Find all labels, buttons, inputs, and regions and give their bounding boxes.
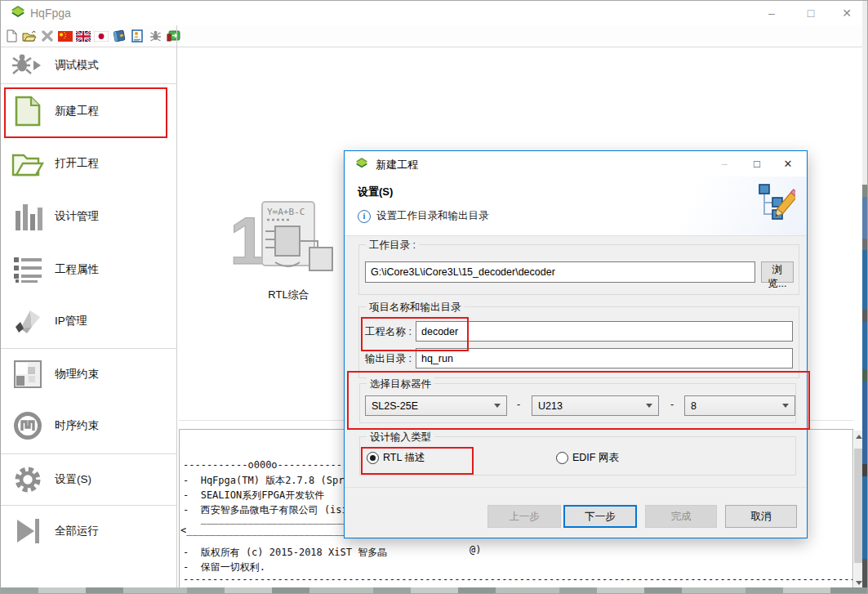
device-package-value: U213 — [538, 400, 563, 412]
console-line: - 保留一切权利. — [183, 561, 265, 574]
new-project-dialog: 新建工程 – □ ✕ 设置(S) 设置工作目录和输出目录 — [344, 150, 808, 538]
input-type-group: 设计输入类型 RTL 描述 EDIF 网表 — [359, 436, 796, 476]
rtl-synthesis-graphic[interactable]: 1 Y=A+B-C — [229, 197, 348, 286]
device-group: 选择目标器件 SL2S-25E - U213 - 8 — [359, 383, 796, 423]
sidebar-item-label: 调试模式 — [55, 58, 99, 73]
design-management-icon — [11, 199, 45, 234]
settings-gear-icon — [11, 462, 45, 497]
prev-step-button[interactable]: 上一步 — [487, 505, 561, 528]
help-book-icon[interactable] — [112, 29, 127, 43]
dialog-maximize-button[interactable]: □ — [745, 151, 769, 176]
wizard-tree-pencil-icon — [756, 181, 795, 227]
lang-japanese-flag-icon[interactable] — [94, 29, 109, 43]
titlebar: HqFpga – □ ✕ — [1, 1, 867, 26]
ip-management-icon — [11, 304, 45, 338]
device-package-select[interactable]: U213 — [532, 395, 659, 416]
minimize-button[interactable]: – — [758, 1, 786, 25]
device-family-select[interactable]: SL2S-25E — [365, 395, 507, 416]
sidebar-item-open-project[interactable]: 打开工程 — [1, 140, 176, 187]
project-name-group: 项目名称和输出目录 工程名称 : 输出目录 : — [358, 306, 799, 378]
run-all-icon — [11, 514, 45, 548]
project-name-label: 工程名称 : — [365, 325, 412, 339]
sidebar-divider — [1, 348, 176, 349]
close-button[interactable]: ✕ — [833, 1, 861, 25]
sidebar-divider — [1, 83, 176, 84]
cancel-button[interactable]: 取消 — [725, 505, 797, 528]
rtl-radio[interactable]: RTL 描述 — [367, 451, 425, 465]
sidebar-item-run-all[interactable]: 全部运行 — [1, 507, 176, 555]
sidebar-item-settings[interactable]: 设置(S) — [1, 456, 176, 503]
dialog-footer-divider — [345, 487, 807, 488]
edif-radio[interactable]: EDIF 网表 — [556, 451, 619, 465]
dialog-minimize-button[interactable]: – — [712, 151, 737, 176]
device-separator: - — [517, 399, 520, 410]
rtl-synthesis-caption: RTL综合 — [229, 288, 348, 302]
device-speed-select[interactable]: 8 — [684, 395, 795, 416]
browse-button[interactable]: 浏览... — [761, 261, 794, 283]
report-doc-icon[interactable] — [130, 29, 145, 43]
sidebar-item-new-project[interactable]: 新建工程 — [1, 87, 176, 135]
radio-unchecked-icon — [556, 452, 568, 464]
rtl-radio-label: RTL 描述 — [383, 451, 425, 465]
device-separator: - — [670, 399, 674, 410]
maximize-button[interactable]: □ — [797, 1, 825, 25]
chevron-down-icon — [782, 404, 789, 408]
input-type-group-label: 设计输入类型 — [367, 431, 434, 444]
sidebar-item-label: 时序约束 — [55, 418, 99, 433]
sidebar-item-label: 打开工程 — [55, 156, 99, 171]
close-project-icon[interactable] — [40, 29, 55, 43]
sidebar-item-project-properties[interactable]: 工程属性 — [1, 246, 176, 293]
dialog-heading: 设置(S) — [358, 185, 393, 199]
sidebar-separator — [176, 25, 177, 589]
new-project-icon — [11, 94, 45, 128]
dialog-title: 新建工程 — [376, 158, 418, 172]
app-title: HqFpga — [30, 7, 71, 20]
sidebar-item-label: 全部运行 — [55, 524, 99, 538]
toolbar — [1, 25, 867, 47]
physical-constraints-icon — [11, 357, 45, 391]
console-line: - SEALION系列FPGA开发软件 — [183, 489, 324, 502]
dialog-titlebar: 新建工程 – □ ✕ — [345, 151, 807, 176]
lang-chinese-flag-icon[interactable] — [58, 29, 73, 43]
dialog-info-row: 设置工作目录和输出目录 — [358, 209, 489, 223]
project-properties-icon — [11, 252, 45, 287]
sidebar-item-physical-constraints[interactable]: 物理约束 — [1, 351, 176, 398]
output-dir-label: 输出目录 : — [365, 352, 412, 366]
dialog-header: 设置(S) 设置工作目录和输出目录 — [345, 176, 807, 236]
sidebar-item-design-management[interactable]: 设计管理 — [1, 193, 176, 240]
console-ascii-art: @) — [470, 544, 481, 556]
device-family-value: SL2S-25E — [372, 400, 418, 412]
svg-text:1: 1 — [229, 203, 267, 278]
sidebar-item-timing-constraints[interactable]: 时序约束 — [1, 402, 176, 449]
hqfpga-window: HqFpga – □ ✕ — [0, 0, 868, 594]
project-name-input[interactable] — [416, 321, 793, 342]
console-line: - 版权所有 (c) 2015-2018 XiST 智多晶 — [183, 546, 387, 560]
project-group-label: 项目名称和输出目录 — [366, 301, 465, 315]
dialog-close-button[interactable]: ✕ — [776, 151, 800, 176]
output-dir-input[interactable] — [416, 348, 793, 368]
sidebar-divider — [1, 453, 176, 454]
debug-bug-icon[interactable] — [148, 29, 162, 43]
console-line: ----------------------------------------… — [183, 574, 853, 585]
dialog-logo-icon — [355, 158, 368, 172]
new-file-icon[interactable] — [4, 29, 19, 43]
sidebar-item-label: 新建工程 — [55, 104, 99, 118]
info-icon — [358, 210, 371, 223]
exit-app-icon[interactable] — [166, 29, 180, 43]
sidebar-item-debug-mode[interactable]: 调试模式 — [1, 47, 176, 83]
rtl-formula: Y=A+B-C — [267, 207, 305, 217]
sidebar-item-label: 物理约束 — [55, 367, 99, 382]
work-dir-input[interactable] — [365, 261, 755, 283]
work-dir-group-label: 工作目录 : — [366, 239, 419, 252]
dialog-info-text: 设置工作目录和输出目录 — [376, 209, 489, 223]
sidebar-item-label: 设计管理 — [55, 209, 99, 224]
sidebar-item-ip-management[interactable]: IP管理 — [1, 297, 176, 345]
finish-button[interactable]: 完成 — [645, 505, 717, 528]
next-step-button[interactable]: 下一步 — [563, 505, 637, 528]
device-group-label: 选择目标器件 — [367, 377, 434, 391]
lang-english-flag-icon[interactable] — [76, 29, 91, 43]
sidebar-divider — [1, 505, 176, 506]
open-project-icon[interactable] — [22, 29, 37, 43]
radio-checked-icon — [367, 452, 379, 464]
background-window-edge — [862, 1, 867, 594]
